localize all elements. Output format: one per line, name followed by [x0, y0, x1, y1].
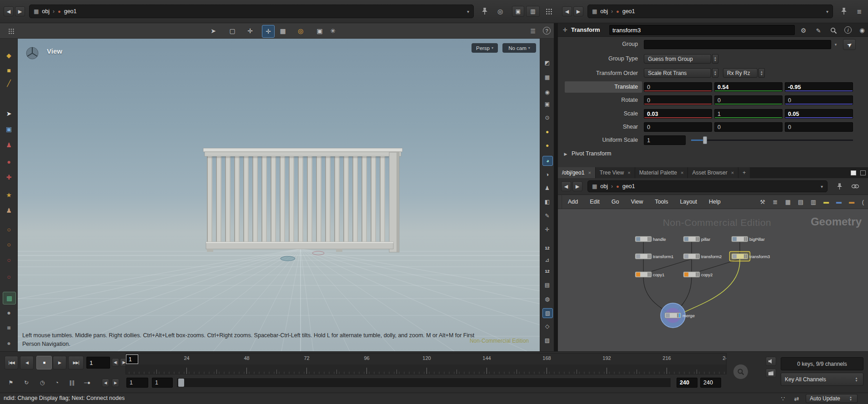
keys-summary-button[interactable]: 0 keys, 9/9 channels	[781, 357, 863, 370]
figure-tool-icon[interactable]: ♟	[3, 204, 15, 216]
pin-icon[interactable]	[838, 6, 849, 17]
breadcrumb-geo1[interactable]: geo1	[64, 8, 77, 15]
jack-tool-icon[interactable]: ✚	[3, 171, 15, 183]
select-tool-icon[interactable]: ➤	[207, 25, 219, 37]
net-back-button[interactable]: ◀	[561, 181, 571, 191]
translate-label[interactable]: Translate	[561, 83, 638, 91]
radial-menu-icon[interactable]: ◎	[495, 6, 506, 17]
display-options-icon[interactable]: ☰	[527, 26, 538, 36]
viewbar-icon-9[interactable]: ◑	[542, 170, 552, 179]
key-all-channels-dropdown[interactable]: Key All Channels ▲▼	[781, 373, 863, 386]
camera-button[interactable]: No cam ▾	[502, 43, 536, 53]
new-tab-button[interactable]: +	[738, 167, 750, 178]
viewbar-icon-2[interactable]: ▦	[542, 73, 552, 82]
pivot-expand-icon[interactable]: ▶	[563, 151, 568, 157]
arc-tool-icon[interactable]: ○	[3, 224, 15, 235]
range-end-field-1[interactable]: 240	[677, 378, 697, 388]
range-slider-track[interactable]	[176, 378, 671, 388]
pane-splitter[interactable]	[554, 23, 558, 351]
key-all-spinner[interactable]: ▲▼	[853, 374, 859, 384]
path-bar-left[interactable]: ▦ obj › ● geo1 ▾	[29, 5, 474, 18]
gear-icon[interactable]: ⚙	[798, 25, 808, 35]
rotate-label[interactable]: Rotate	[561, 96, 638, 104]
range-next-button[interactable]: ▶	[112, 379, 119, 387]
list-icon[interactable]: ≣	[769, 195, 782, 209]
tab-asset-browser[interactable]: Asset Browser×	[688, 167, 738, 178]
viewbar-icon-5[interactable]: ⊙	[542, 113, 552, 122]
range-start-field-2[interactable]: 1	[152, 378, 173, 388]
scale-x-field[interactable]: 0.03	[644, 109, 712, 119]
status-sync-icon[interactable]: ⇄	[791, 394, 802, 403]
tool-icon-17[interactable]: ■	[3, 322, 15, 334]
rotate-x-field[interactable]: 0	[644, 95, 712, 105]
breadcrumb-obj[interactable]: obj	[600, 183, 608, 190]
range-prev-button[interactable]: ◀	[102, 379, 109, 387]
transform-order-spinner[interactable]: ▲▼	[712, 68, 718, 78]
viewbar-icon-3[interactable]: ◉	[542, 88, 552, 97]
uniform-scale-label[interactable]: Uniform Scale	[561, 136, 638, 144]
group-dropdown-icon[interactable]: ▾	[832, 40, 839, 49]
viewbar-icon-20[interactable]: ◇	[542, 322, 552, 331]
search-icon[interactable]	[828, 25, 838, 35]
viewbar-lamp2-icon[interactable]: ●	[542, 141, 552, 150]
breadcrumb-geo1[interactable]: geo1	[622, 8, 635, 15]
viewbar-icon-15[interactable]: ⊿	[542, 255, 552, 264]
scale-label[interactable]: Scale	[561, 110, 638, 118]
viewbar-lock-icon[interactable]: ▣	[542, 100, 552, 109]
scale-y-field[interactable]: 1	[714, 109, 783, 119]
rotate-order-dropdown[interactable]: Rx Ry Rz	[723, 68, 758, 78]
shear-label[interactable]: Shear	[561, 123, 638, 131]
pane-maximize-icon[interactable]	[849, 167, 858, 178]
brush-icon[interactable]: ✎	[813, 25, 823, 35]
viewbar-pen-icon[interactable]: ✎	[542, 211, 552, 220]
handles-tool-icon[interactable]: ✛	[262, 25, 275, 38]
network-canvas[interactable]: Non-Commercial Edition Geometry handlepi…	[558, 209, 868, 351]
path-dropdown-icon[interactable]: ▾	[821, 184, 823, 189]
pin-icon[interactable]	[834, 181, 845, 192]
breadcrumb-geo1[interactable]: geo1	[622, 183, 635, 190]
netmenu-go[interactable]: Go	[606, 195, 625, 209]
network-node-pillar[interactable]: pillar	[683, 236, 710, 242]
uniform-scale-field[interactable]: 1	[644, 135, 686, 145]
status-paw-icon[interactable]: ∵	[778, 394, 788, 403]
current-frame-field[interactable]: 1	[86, 357, 110, 369]
tab-material-palette[interactable]: Material Palette×	[635, 167, 688, 178]
range-end-field-2[interactable]: 240	[700, 378, 721, 388]
grid-tool-icon[interactable]: ▦	[277, 25, 289, 37]
uniform-scale-slider-handle[interactable]	[703, 136, 707, 144]
translate-z-field[interactable]: -0.95	[785, 82, 853, 92]
auto-update-spinner[interactable]: ▲▼	[848, 395, 853, 402]
tab-close-icon[interactable]: ×	[731, 170, 734, 175]
columns-icon[interactable]: ▥	[807, 195, 820, 209]
star-tool-icon[interactable]: ★	[3, 189, 15, 201]
auto-update-dropdown[interactable]: Auto Update ▲▼	[806, 394, 858, 403]
netmenu-help[interactable]: Help	[703, 195, 727, 209]
menu-grip[interactable]	[558, 195, 562, 209]
network-node-merge[interactable]: merge	[661, 303, 695, 328]
shear-z-field[interactable]: 0	[785, 122, 853, 132]
netmenu-layout[interactable]: Layout	[674, 195, 703, 209]
breadcrumb-obj[interactable]: obj	[600, 8, 608, 15]
pin-icon[interactable]	[479, 6, 490, 17]
render-view-icon[interactable]: ▣	[314, 25, 326, 37]
network-path-bar[interactable]: ▦ obj › ● geo1 ▾	[587, 180, 828, 192]
scale-z-field[interactable]: 0.05	[785, 109, 853, 119]
net-forward-button[interactable]: ▶	[572, 181, 582, 191]
playbar-stopwatch-icon[interactable]: ◷	[38, 378, 47, 387]
rotate-z-field[interactable]: 0	[785, 95, 853, 105]
netmenu-tools[interactable]: Tools	[649, 195, 674, 209]
pane2-nav-forward-button[interactable]: ▶	[573, 6, 583, 16]
arc2-tool-icon[interactable]: ○	[3, 239, 15, 250]
prev-frame-button[interactable]: ◀	[20, 356, 34, 369]
viewbar-icon-11[interactable]: ◧	[542, 197, 552, 206]
viewbar-set1-label[interactable]: 12	[542, 244, 552, 253]
viewbar-icon-1[interactable]: ◩	[542, 58, 552, 67]
paren-icon[interactable]: (	[858, 195, 868, 209]
shelf-icon-1[interactable]: ◆	[3, 50, 15, 61]
help-icon[interactable]: ?	[543, 27, 551, 35]
desktop-button-2[interactable]: ▥	[526, 6, 540, 17]
nav-back-button[interactable]: ◀	[4, 6, 14, 16]
torus2-tool-icon[interactable]: ○	[3, 271, 15, 283]
node-name-field[interactable]: transform3	[609, 25, 795, 35]
sphere-tool-icon[interactable]: ●	[3, 156, 15, 168]
